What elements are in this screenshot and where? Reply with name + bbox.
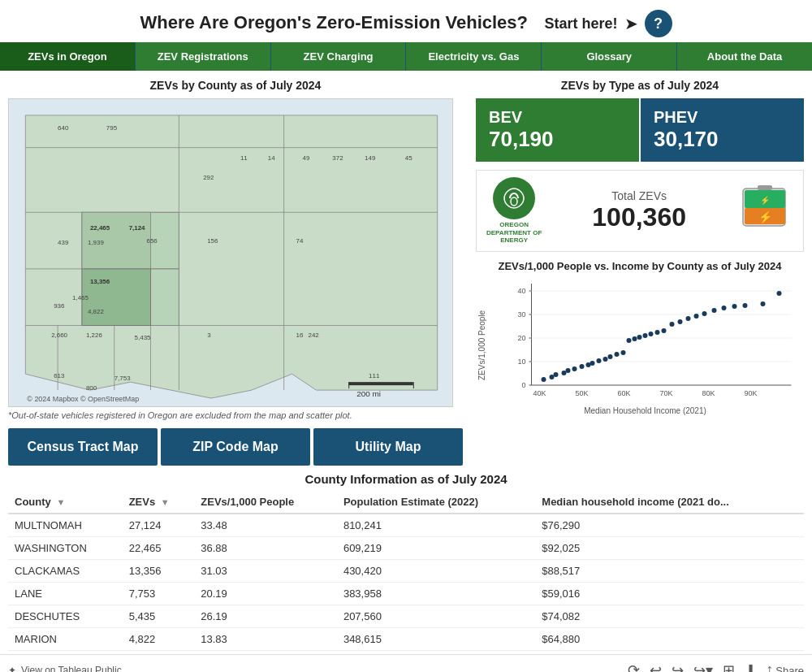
svg-text:90K: 90K <box>744 389 757 397</box>
logo-circle <box>493 177 535 219</box>
col-per-1000: ZEVs/1,000 People <box>194 491 337 514</box>
col-population: Population Estimate (2022) <box>337 491 535 514</box>
svg-point-90 <box>554 372 559 377</box>
svg-rect-61 <box>758 185 772 190</box>
svg-text:20: 20 <box>517 334 525 342</box>
svg-text:200 mi: 200 mi <box>356 389 381 398</box>
svg-text:936: 936 <box>54 302 65 310</box>
scatter-title: ZEVs/1,000 People vs. Income by County a… <box>476 260 804 272</box>
svg-point-99 <box>608 354 613 359</box>
zip-code-map-button[interactable]: ZIP Code Map <box>161 428 310 466</box>
type-chart-title: ZEVs by Type as of July 2024 <box>476 79 804 92</box>
help-button[interactable]: ? <box>645 10 672 37</box>
download-button[interactable]: ⬇ <box>745 661 757 672</box>
map-buttons: Census Tract Map ZIP Code Map Utility Ma… <box>8 428 463 466</box>
svg-point-105 <box>643 333 648 338</box>
svg-text:45: 45 <box>405 154 412 162</box>
filter-icon-zevs[interactable]: ▼ <box>161 497 170 507</box>
svg-text:795: 795 <box>106 124 118 132</box>
left-panel: ZEVs by County as of July 2024 <box>8 79 463 466</box>
svg-point-109 <box>670 322 675 327</box>
svg-point-93 <box>572 366 577 371</box>
nav-zevs-oregon[interactable]: ZEVs in Oregon <box>0 42 136 71</box>
county-map[interactable]: 200 mi 640 795 439 22,465 7,124 656 292 … <box>8 98 453 407</box>
svg-point-102 <box>627 338 632 343</box>
tableau-link[interactable]: ✦ View on Tableau Public <box>8 665 122 672</box>
share-button[interactable]: ⟳ <box>628 661 640 672</box>
logo-svg <box>498 182 530 215</box>
nav-glossary[interactable]: Glossary <box>542 42 677 71</box>
cell-per-1000: 33.48 <box>194 514 337 537</box>
svg-text:2,660: 2,660 <box>51 332 67 339</box>
svg-text:⚡: ⚡ <box>758 210 773 224</box>
map-svg: 200 mi 640 795 439 22,465 7,124 656 292 … <box>9 99 452 406</box>
cell-county: WASHINGTON <box>8 537 123 560</box>
page-title: Where Are Oregon's Zero-Emission Vehicle… <box>140 12 528 33</box>
svg-point-116 <box>732 304 737 309</box>
cell-zevs: 22,465 <box>123 537 195 560</box>
nav-electricity-vs-gas[interactable]: Electricity vs. Gas <box>406 42 542 71</box>
screenshot-button[interactable]: ⊞ <box>723 661 735 672</box>
svg-text:© 2024 Mapbox  © OpenStreetMap: © 2024 Mapbox © OpenStreetMap <box>27 395 139 403</box>
undo-button[interactable]: ↩ <box>650 661 662 672</box>
right-panel: ZEVs by Type as of July 2024 BEV 70,190 … <box>463 79 804 466</box>
scatter-section: ZEVs/1,000 People vs. Income by County a… <box>476 260 804 415</box>
nav-about-data[interactable]: About the Data <box>677 42 812 71</box>
dept-label: OREGONDEPARTMENT OFENERGY <box>486 221 542 245</box>
svg-text:80K: 80K <box>702 389 715 397</box>
share-link-button[interactable]: ⤴ Share <box>767 665 804 673</box>
svg-text:22,465: 22,465 <box>90 224 110 232</box>
footer: ✦ View on Tableau Public ⟳ ↩ ↪ ↪▾ ⊞ ⬇ ⤴ … <box>0 654 812 672</box>
svg-text:156: 156 <box>207 237 218 245</box>
svg-text:5,435: 5,435 <box>135 334 151 341</box>
svg-point-104 <box>637 335 642 340</box>
svg-point-96 <box>590 361 595 366</box>
zev-type-cards: BEV 70,190 PHEV 30,170 <box>476 98 804 162</box>
table-title: County Information as of July 2024 <box>8 472 804 486</box>
svg-text:7,124: 7,124 <box>129 224 145 232</box>
cell-zevs: 27,124 <box>123 514 195 537</box>
svg-text:613: 613 <box>54 372 65 379</box>
table-body: MULTNOMAH 27,124 33.48 810,241 $76,290 W… <box>8 514 804 651</box>
cell-population: 348,615 <box>337 628 535 651</box>
svg-text:372: 372 <box>332 154 343 162</box>
start-here-text: Start here! <box>544 15 617 33</box>
table-row: CLACKAMAS 13,356 31.03 430,420 $88,517 <box>8 560 804 583</box>
svg-point-106 <box>649 332 654 336</box>
redo-button[interactable]: ↪ <box>672 661 684 672</box>
battery-icon: ⚡ ⚡ <box>736 179 793 243</box>
svg-text:242: 242 <box>308 332 319 339</box>
svg-text:14: 14 <box>268 154 275 162</box>
cell-zevs: 7,753 <box>123 583 195 605</box>
svg-rect-18 <box>348 382 349 388</box>
scatter-chart-wrap: ZEVs/1,000 People 0 10 20 30 <box>476 275 804 415</box>
svg-text:656: 656 <box>147 237 158 245</box>
svg-point-88 <box>542 377 546 382</box>
svg-point-91 <box>562 371 567 375</box>
bev-card: BEV 70,190 <box>476 98 639 162</box>
svg-text:4,822: 4,822 <box>88 308 104 315</box>
bottom-section: County Information as of July 2024 Count… <box>0 466 812 651</box>
svg-text:49: 49 <box>303 154 310 162</box>
nav-zev-registrations[interactable]: ZEV Registrations <box>136 42 271 71</box>
svg-point-117 <box>743 303 748 308</box>
svg-text:50K: 50K <box>575 389 588 397</box>
map-title: ZEVs by County as of July 2024 <box>8 79 463 92</box>
svg-point-111 <box>686 316 691 321</box>
svg-point-103 <box>633 336 637 341</box>
bev-value: 70,190 <box>489 127 626 152</box>
cell-per-1000: 20.19 <box>194 583 337 605</box>
total-zevs-row: OREGONDEPARTMENT OFENERGY Total ZEVs 100… <box>476 170 804 252</box>
map-note: *Out-of-state vehicles registered in Ore… <box>8 410 463 420</box>
svg-text:74: 74 <box>296 237 304 245</box>
nav-zev-charging[interactable]: ZEV Charging <box>271 42 407 71</box>
redo-arrow[interactable]: ↪▾ <box>693 661 713 672</box>
cell-income: $64,880 <box>535 628 804 651</box>
utility-map-button[interactable]: Utility Map <box>313 428 463 466</box>
svg-point-114 <box>712 308 717 313</box>
cell-population: 609,219 <box>337 537 535 560</box>
census-tract-map-button[interactable]: Census Tract Map <box>8 428 158 466</box>
svg-text:640: 640 <box>58 124 69 132</box>
svg-point-97 <box>597 358 602 363</box>
filter-icon-county[interactable]: ▼ <box>56 497 65 507</box>
